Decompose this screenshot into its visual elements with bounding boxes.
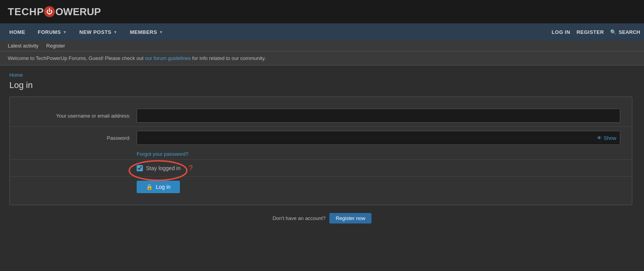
register-now-button[interactable]: Register now xyxy=(329,213,371,223)
search-icon: 🔍 xyxy=(610,29,616,35)
password-wrapper: 👁 Show xyxy=(137,131,620,145)
members-dropdown-arrow: ▼ xyxy=(159,30,163,34)
dont-have-account-text: Don't have an account? xyxy=(273,215,326,221)
nav-register-link[interactable]: REGISTER xyxy=(577,29,604,35)
nav-home[interactable]: HOME xyxy=(4,23,31,40)
welcome-text-before: Welcome to TechPowerUp Forums, Guest! Pl… xyxy=(8,55,145,61)
nav-forums[interactable]: FORUMS ▼ xyxy=(32,23,72,40)
login-button[interactable]: 🔒 Log in xyxy=(137,181,180,193)
nav-search[interactable]: 🔍 SEARCH xyxy=(610,29,640,35)
nav-right: LOG IN REGISTER 🔍 SEARCH xyxy=(552,29,640,35)
nav-new-posts[interactable]: NEW POSTS ▼ xyxy=(74,23,123,40)
logo-tech: TECH xyxy=(8,6,37,18)
stay-logged-in-checkbox[interactable] xyxy=(137,165,143,171)
nav-login-link[interactable]: LOG IN xyxy=(552,29,570,35)
sub-nav-bar: Latest activity Register xyxy=(0,40,644,51)
forgot-password-row: Forgot your password? xyxy=(10,149,632,159)
header-bar: TECH P OWERUP xyxy=(0,0,644,23)
forums-dropdown-arrow: ▼ xyxy=(63,30,67,34)
stay-logged-in-row: Stay logged in ? xyxy=(10,159,632,176)
page-title: Log in xyxy=(9,80,635,90)
logo-power-icon xyxy=(44,6,55,17)
welcome-banner: Welcome to TechPowerUp Forums, Guest! Pl… xyxy=(0,51,644,65)
question-mark-annotation: ? xyxy=(188,164,193,172)
show-password-button[interactable]: 👁 Show xyxy=(597,135,616,141)
show-label: Show xyxy=(604,135,616,141)
new-posts-dropdown-arrow: ▼ xyxy=(113,30,117,34)
password-row: Password: 👁 Show xyxy=(10,127,632,149)
username-input[interactable] xyxy=(137,109,620,123)
sub-nav-register[interactable]: Register xyxy=(46,43,65,49)
welcome-text-after: for info related to our community. xyxy=(191,55,266,61)
page-content: Home Log in Your username or email addre… xyxy=(0,65,644,247)
username-label: Your username or email address: xyxy=(21,113,130,119)
sub-nav-latest-activity[interactable]: Latest activity xyxy=(8,43,39,49)
register-row: Don't have an account? Register now xyxy=(9,205,635,231)
stay-logged-in-label[interactable]: Stay logged in xyxy=(146,165,181,171)
breadcrumb-home[interactable]: Home xyxy=(9,72,23,78)
logo-owerup: OWERUP xyxy=(55,6,101,18)
forgot-password-link[interactable]: Forgot your password? xyxy=(137,151,188,157)
site-logo[interactable]: TECH P OWERUP xyxy=(8,6,101,18)
nav-members[interactable]: MEMBERS ▼ xyxy=(125,23,169,40)
username-row: Your username or email address: xyxy=(10,105,632,127)
eye-icon: 👁 xyxy=(597,135,602,141)
logo-p: P xyxy=(37,6,44,18)
password-label: Password: xyxy=(21,135,130,141)
forum-guidelines-link[interactable]: our forum guidelines xyxy=(145,55,191,61)
lock-icon: 🔒 xyxy=(146,184,153,190)
nav-bar: HOME FORUMS ▼ NEW POSTS ▼ MEMBERS ▼ LOG … xyxy=(0,23,644,40)
login-button-row: 🔒 Log in xyxy=(10,176,632,197)
password-input[interactable] xyxy=(137,131,620,145)
nav-left: HOME FORUMS ▼ NEW POSTS ▼ MEMBERS ▼ xyxy=(4,23,552,40)
login-form: Your username or email address: Password… xyxy=(9,97,632,205)
